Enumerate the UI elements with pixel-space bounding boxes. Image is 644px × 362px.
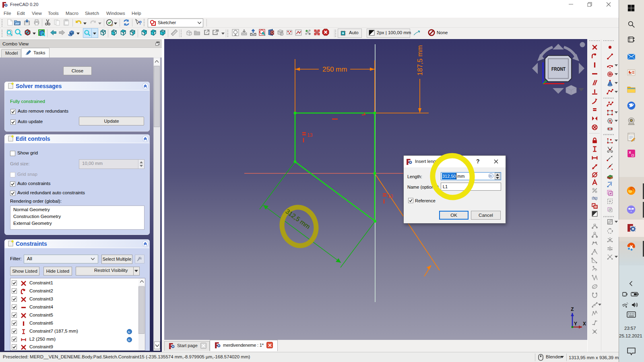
svg-text:fx: fx: [128, 339, 130, 341]
svg-text:fx: fx: [128, 331, 130, 333]
svg-text:Y: Y: [574, 321, 577, 327]
svg-text:fx: fx: [489, 174, 492, 178]
svg-text:Z: Z: [571, 307, 574, 313]
svg-text:X: X: [583, 321, 586, 327]
svg-text:X: X: [629, 150, 631, 154]
svg-text:Ω: Ω: [632, 153, 634, 157]
svg-text:187,5 mm: 187,5 mm: [416, 45, 424, 76]
svg-text:13: 13: [307, 132, 313, 138]
svg-text:312,5 mm: 312,5 mm: [284, 208, 312, 230]
svg-text:13: 13: [388, 193, 393, 199]
svg-text:250 mm: 250 mm: [322, 66, 347, 73]
svg-text:FRONT: FRONT: [551, 66, 566, 72]
svg-text:?: ?: [139, 20, 142, 26]
